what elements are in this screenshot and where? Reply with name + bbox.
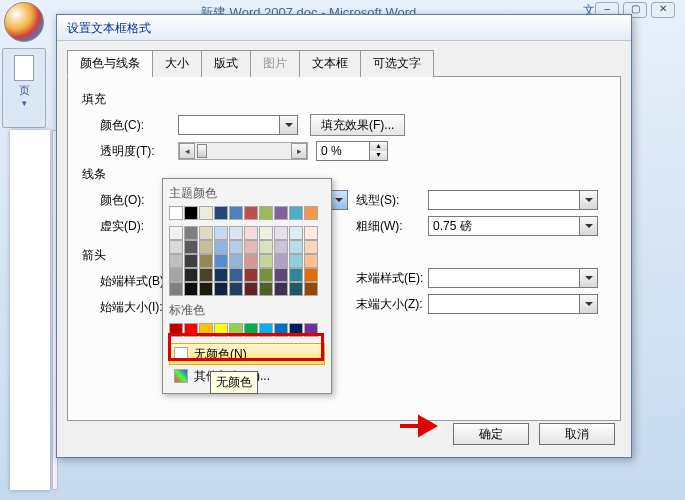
color-swatch[interactable]: [199, 226, 213, 240]
color-swatch[interactable]: [229, 323, 243, 337]
color-swatch[interactable]: [259, 240, 273, 254]
color-swatch[interactable]: [199, 282, 213, 296]
color-swatch[interactable]: [169, 226, 183, 240]
end-size-combo[interactable]: [428, 294, 598, 314]
color-swatch[interactable]: [274, 226, 288, 240]
slider-left-icon[interactable]: ◂: [179, 143, 195, 159]
end-style-combo[interactable]: [428, 268, 598, 288]
color-swatch[interactable]: [259, 206, 273, 220]
color-swatch[interactable]: [199, 206, 213, 220]
tab-alttext[interactable]: 可选文字: [360, 50, 434, 77]
cancel-button[interactable]: 取消: [539, 423, 615, 445]
side-page-dropdown[interactable]: ▾: [3, 98, 45, 108]
ok-button[interactable]: 确定: [453, 423, 529, 445]
spin-up-icon[interactable]: ▲: [370, 142, 387, 151]
slider-right-icon[interactable]: ▸: [291, 143, 307, 159]
color-swatch[interactable]: [199, 268, 213, 282]
color-swatch[interactable]: [229, 254, 243, 268]
color-swatch[interactable]: [274, 268, 288, 282]
color-swatch[interactable]: [229, 282, 243, 296]
color-swatch[interactable]: [289, 254, 303, 268]
color-swatch[interactable]: [229, 240, 243, 254]
color-swatch[interactable]: [274, 206, 288, 220]
color-swatch[interactable]: [289, 240, 303, 254]
color-swatch[interactable]: [259, 323, 273, 337]
color-swatch[interactable]: [244, 323, 258, 337]
color-swatch[interactable]: [169, 268, 183, 282]
color-swatch[interactable]: [169, 206, 183, 220]
color-swatch[interactable]: [184, 206, 198, 220]
color-swatch[interactable]: [304, 268, 318, 282]
color-swatch[interactable]: [304, 282, 318, 296]
transparency-spin[interactable]: ▲▼: [316, 141, 388, 161]
color-swatch[interactable]: [169, 254, 183, 268]
dialog-tabs: 颜色与线条 大小 版式 图片 文本框 可选文字: [67, 49, 621, 77]
color-swatch[interactable]: [214, 240, 228, 254]
color-swatch[interactable]: [199, 240, 213, 254]
color-swatch[interactable]: [229, 226, 243, 240]
color-swatch[interactable]: [214, 226, 228, 240]
color-swatch[interactable]: [259, 268, 273, 282]
color-swatch[interactable]: [214, 323, 228, 337]
color-swatch[interactable]: [169, 240, 183, 254]
color-swatch[interactable]: [304, 240, 318, 254]
office-button[interactable]: [4, 2, 44, 42]
color-swatch[interactable]: [184, 268, 198, 282]
color-swatch[interactable]: [289, 323, 303, 337]
tab-size[interactable]: 大小: [152, 50, 202, 77]
dialog-panel: 填充 颜色(C): 填充效果(F)... 透明度(T): ◂ ▸ ▲▼: [67, 77, 621, 421]
color-swatch[interactable]: [229, 268, 243, 282]
color-swatch[interactable]: [214, 268, 228, 282]
color-swatch[interactable]: [214, 206, 228, 220]
color-swatch[interactable]: [169, 323, 183, 337]
color-swatch[interactable]: [244, 206, 258, 220]
color-swatch[interactable]: [244, 268, 258, 282]
color-swatch[interactable]: [214, 254, 228, 268]
color-swatch[interactable]: [274, 323, 288, 337]
fill-color-combo[interactable]: [178, 115, 298, 135]
color-swatch[interactable]: [304, 206, 318, 220]
spin-down-icon[interactable]: ▼: [370, 151, 387, 160]
color-swatch[interactable]: [304, 323, 318, 337]
color-swatch[interactable]: [184, 240, 198, 254]
color-swatch[interactable]: [274, 254, 288, 268]
format-textbox-dialog: 设置文本框格式 颜色与线条 大小 版式 图片 文本框 可选文字 填充 颜色(C)…: [56, 14, 632, 458]
page-icon: [14, 55, 34, 81]
color-swatch[interactable]: [289, 282, 303, 296]
tab-layout[interactable]: 版式: [201, 50, 251, 77]
color-swatch[interactable]: [199, 254, 213, 268]
close-button[interactable]: ✕: [651, 2, 675, 18]
tab-colors-lines[interactable]: 颜色与线条: [67, 50, 153, 77]
color-swatch[interactable]: [184, 323, 198, 337]
color-swatch[interactable]: [184, 226, 198, 240]
transparency-value[interactable]: [317, 142, 369, 160]
no-color-label: 无颜色(N): [194, 346, 247, 363]
color-swatch[interactable]: [244, 254, 258, 268]
color-swatch[interactable]: [229, 206, 243, 220]
color-swatch[interactable]: [184, 282, 198, 296]
color-swatch[interactable]: [244, 226, 258, 240]
color-swatch[interactable]: [289, 268, 303, 282]
linetype-combo[interactable]: [428, 190, 598, 210]
color-swatch[interactable]: [169, 282, 183, 296]
color-swatch[interactable]: [289, 226, 303, 240]
tab-textbox[interactable]: 文本框: [299, 50, 361, 77]
no-color-item[interactable]: 无颜色(N): [169, 343, 325, 365]
color-swatch[interactable]: [184, 254, 198, 268]
slider-thumb[interactable]: [197, 144, 207, 158]
color-swatch[interactable]: [244, 282, 258, 296]
color-swatch[interactable]: [199, 323, 213, 337]
color-swatch[interactable]: [274, 282, 288, 296]
color-swatch[interactable]: [274, 240, 288, 254]
color-swatch[interactable]: [259, 254, 273, 268]
color-swatch[interactable]: [214, 282, 228, 296]
color-swatch[interactable]: [289, 206, 303, 220]
weight-combo[interactable]: 0.75 磅: [428, 216, 598, 236]
color-swatch[interactable]: [304, 254, 318, 268]
color-swatch[interactable]: [259, 226, 273, 240]
color-swatch[interactable]: [244, 240, 258, 254]
fill-effects-button[interactable]: 填充效果(F)...: [310, 114, 405, 136]
transparency-slider[interactable]: ◂ ▸: [178, 142, 308, 160]
color-swatch[interactable]: [259, 282, 273, 296]
color-swatch[interactable]: [304, 226, 318, 240]
